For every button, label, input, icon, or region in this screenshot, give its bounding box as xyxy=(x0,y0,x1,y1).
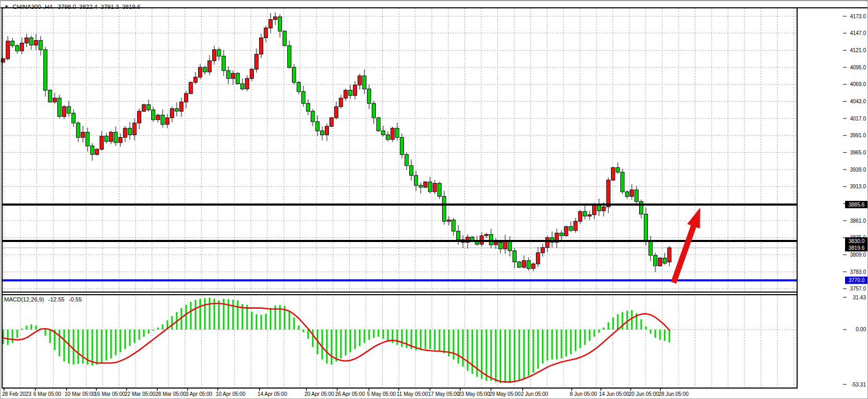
macd-bar xyxy=(552,330,553,359)
candle xyxy=(541,248,545,253)
time-label: 6 Mar 05:00 xyxy=(33,391,62,397)
candle xyxy=(508,241,512,251)
macd-name: MACD(12,26,9) xyxy=(4,296,44,303)
candle xyxy=(30,38,33,45)
candle xyxy=(180,102,184,112)
candle xyxy=(161,115,165,125)
candle xyxy=(396,128,399,138)
candle xyxy=(593,205,596,215)
macd-bar xyxy=(566,330,567,356)
candle xyxy=(133,123,137,135)
candle xyxy=(185,93,188,102)
macd-bar xyxy=(472,330,473,374)
time-label: 28 Mar 05:00 xyxy=(155,391,186,397)
candle xyxy=(626,192,629,197)
macd-bar xyxy=(369,330,370,340)
macd-bar xyxy=(125,330,126,349)
chart-canvas[interactable]: 4173.04147.04121.04095.04069.04043.04017… xyxy=(1,1,868,399)
macd-bar xyxy=(153,330,154,331)
time-tick xyxy=(187,389,188,391)
macd-bar xyxy=(401,330,403,347)
time-tick xyxy=(337,389,338,391)
time-tick xyxy=(126,389,127,391)
macd-bar xyxy=(528,330,530,376)
time-tick xyxy=(430,389,431,391)
candle xyxy=(95,149,99,154)
price-tick-label: 3991.0 xyxy=(850,132,866,138)
macd-bar xyxy=(345,330,347,355)
candle xyxy=(39,41,43,50)
candle xyxy=(217,50,221,56)
candle xyxy=(307,103,310,111)
candle xyxy=(335,107,338,118)
candle xyxy=(119,138,123,143)
macd-bar xyxy=(256,314,258,330)
time-tick xyxy=(96,389,97,391)
macd-bar xyxy=(603,328,605,330)
candle xyxy=(654,256,657,266)
time-label: 11 May 05:00 xyxy=(397,391,428,397)
candle xyxy=(597,205,601,211)
candle xyxy=(579,212,582,222)
macd-bar xyxy=(373,330,375,338)
macd-bar xyxy=(26,325,28,330)
pane-separator[interactable] xyxy=(2,292,797,293)
candle xyxy=(344,90,348,98)
candle xyxy=(114,132,118,143)
time-label: 28 Jun 05:00 xyxy=(658,391,689,397)
chart-right-border xyxy=(797,7,798,389)
macd-bar xyxy=(265,313,267,330)
time-tick xyxy=(306,389,307,391)
macd-bar xyxy=(92,330,93,366)
macd-bar xyxy=(613,317,614,330)
macd-bar xyxy=(570,330,572,354)
macd-bar xyxy=(631,310,633,330)
time-label: 14 Apr 05:00 xyxy=(258,391,287,397)
candle xyxy=(438,183,442,196)
price-tick-label: 3861.0 xyxy=(850,218,866,224)
macd-bar xyxy=(580,330,581,348)
chart-symbol-label: ▼ CHINA300-,H4 3798.0 3822.4 3791.3 3819… xyxy=(4,4,143,10)
ohlc-close: 3819.6 xyxy=(122,4,140,10)
candle xyxy=(231,73,235,78)
candle xyxy=(349,90,352,95)
candle xyxy=(269,19,273,28)
macd-bar xyxy=(64,330,65,361)
candle xyxy=(166,118,169,125)
macd-bar xyxy=(659,330,661,340)
time-label: 29 May 05:00 xyxy=(489,391,521,397)
candle xyxy=(414,175,418,185)
price-tick-label: 4173.0 xyxy=(850,14,866,19)
price-tick-label: 3809.0 xyxy=(850,252,866,258)
macd-bar xyxy=(120,330,121,352)
macd-bar xyxy=(594,330,595,337)
time-label: 3 Apr 05:00 xyxy=(186,391,213,397)
macd-bar xyxy=(378,330,380,337)
candle xyxy=(433,183,437,191)
time-tick xyxy=(66,389,67,391)
time-label: 22 Mar 05:00 xyxy=(125,391,155,397)
time-tick xyxy=(601,389,602,391)
dropdown-arrow-icon[interactable]: ▼ xyxy=(4,5,9,9)
candle xyxy=(109,132,113,142)
candle xyxy=(377,118,381,131)
candle xyxy=(241,84,244,89)
candle xyxy=(11,41,15,46)
candle xyxy=(142,105,146,112)
time-label: 16 Mar 05:00 xyxy=(94,391,125,397)
macd-bar xyxy=(364,330,365,343)
time-label: 20 Apr 05:00 xyxy=(304,391,334,397)
macd-bar xyxy=(303,330,304,332)
macd-top-border xyxy=(2,294,797,295)
candle xyxy=(246,78,249,89)
macd-bar xyxy=(204,298,206,330)
macd-bar xyxy=(50,330,51,343)
trend-arrow[interactable] xyxy=(674,208,700,283)
candle xyxy=(311,111,315,122)
candle xyxy=(255,54,259,69)
time-tick xyxy=(217,389,218,391)
candle xyxy=(53,98,57,102)
candle xyxy=(607,180,610,207)
candle xyxy=(325,126,329,135)
candle xyxy=(644,214,648,240)
